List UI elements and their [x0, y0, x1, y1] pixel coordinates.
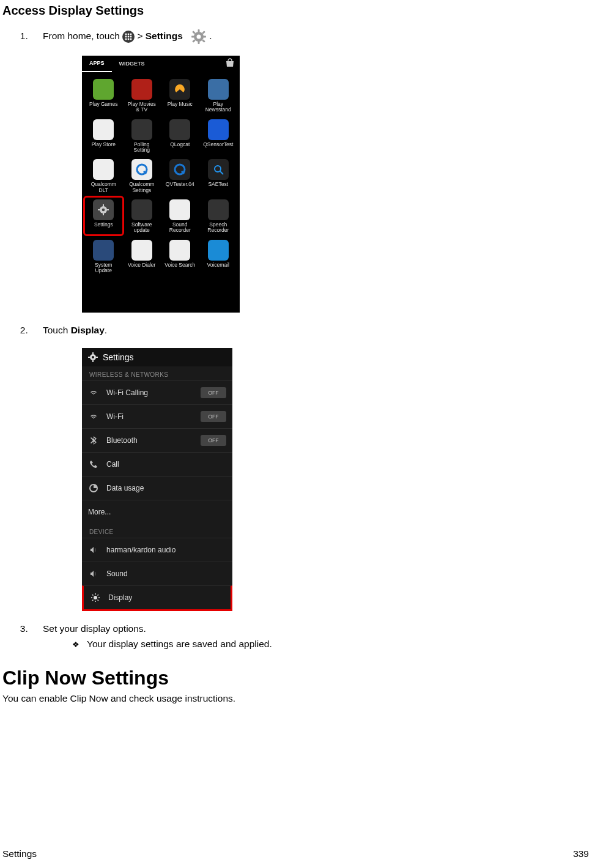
gear-icon	[191, 29, 207, 45]
svg-line-44	[92, 599, 94, 601]
row-label: harman/kardon audio	[106, 546, 226, 554]
app-icon	[208, 119, 229, 140]
step-1: From home, touch > Settings	[31, 29, 595, 313]
phone-screenshot-settings: Settings WIRELESS & NETWORKS Wi-Fi Calli…	[82, 348, 232, 611]
section-heading: Access Display Settings	[0, 0, 595, 18]
row-icon	[88, 436, 99, 445]
svg-rect-11	[198, 29, 199, 32]
app-label: QLogcat	[170, 142, 190, 153]
svg-point-37	[94, 596, 97, 599]
app-cell: Qualcomm Settings	[123, 157, 161, 195]
app-icon	[169, 119, 190, 140]
apps-icon	[122, 31, 135, 43]
svg-rect-32	[92, 352, 94, 354]
app-cell: Play Newsstand	[199, 76, 238, 114]
row-icon	[88, 546, 99, 554]
svg-point-25	[102, 209, 105, 212]
app-cell: Play Games	[84, 76, 123, 114]
step1-suffix: .	[209, 31, 212, 41]
app-icon	[208, 240, 229, 261]
app-label: Speech Recorder	[207, 222, 229, 234]
tab-apps: APPS	[82, 55, 112, 72]
svg-rect-34	[88, 357, 90, 358]
app-icon	[131, 199, 152, 220]
step1-prefix: From home, touch	[43, 31, 122, 41]
app-cell: Software update	[123, 197, 161, 235]
app-label: Play Music	[168, 102, 193, 113]
row-label: Bluetooth	[106, 436, 201, 445]
shop-icon	[225, 58, 235, 68]
step3-text: Set your display options.	[43, 623, 146, 634]
app-icon	[131, 240, 152, 261]
settings-row: More...	[82, 500, 232, 524]
app-icon	[169, 159, 190, 180]
h1-desc: You can enable Clip Now and check usage …	[2, 693, 595, 704]
toggle-off: OFF	[201, 435, 226, 446]
app-label: Play Newsstand	[205, 102, 231, 113]
svg-rect-26	[103, 204, 104, 207]
app-label: Play Store	[92, 142, 116, 153]
phone-screenshot-apps: APPS WIDGETS Play GamesPlay Movies & TVP…	[82, 56, 240, 313]
app-label: SAETest	[208, 182, 228, 193]
svg-point-3	[130, 34, 132, 35]
app-icon	[93, 159, 114, 180]
svg-point-1	[125, 34, 127, 35]
settings-row: Wi-FiOFF	[82, 404, 232, 428]
row-icon	[88, 569, 99, 578]
diamond-bullet-icon: ❖	[72, 640, 79, 649]
app-label: Software update	[131, 222, 152, 234]
app-cell: Settings	[84, 197, 123, 235]
settings-header: Settings	[82, 348, 232, 366]
app-cell: System Update	[84, 237, 123, 275]
row-label: More...	[88, 508, 226, 516]
row-label: Wi-Fi	[106, 412, 201, 421]
svg-line-23	[220, 171, 223, 174]
row-label: Data usage	[106, 484, 226, 492]
app-cell: Play Movies & TV	[123, 76, 161, 114]
app-label: Sound Recorder	[169, 222, 191, 234]
app-icon	[169, 79, 190, 100]
svg-rect-27	[103, 213, 104, 215]
row-icon	[88, 412, 99, 421]
svg-point-19	[196, 35, 201, 39]
app-icon	[131, 159, 152, 180]
app-icon	[208, 159, 229, 180]
svg-point-5	[128, 36, 130, 38]
step2-prefix: Touch	[43, 325, 71, 335]
app-cell: Sound Recorder	[161, 197, 199, 235]
toggle-off: OFF	[201, 411, 226, 422]
device-caption: DEVICE	[82, 524, 232, 538]
row-label: Display	[108, 593, 224, 602]
step-3: Set your display options. ❖ Your display…	[31, 622, 595, 650]
app-label: Settings	[94, 222, 113, 233]
app-cell: Voicemail	[199, 237, 238, 275]
svg-rect-33	[92, 360, 94, 362]
settings-row: harman/kardon audio	[82, 538, 232, 562]
app-icon	[131, 79, 152, 100]
app-cell: QSensorTest	[199, 117, 238, 155]
wireless-caption: WIRELESS & NETWORKS	[82, 366, 232, 380]
settings-header-label: Settings	[103, 352, 134, 362]
app-icon	[208, 199, 229, 220]
svg-rect-14	[203, 36, 206, 38]
step-2: Touch Display. Settings WIRELESS & NETWO…	[31, 324, 595, 611]
app-cell: Play Music	[161, 76, 199, 114]
app-cell: QVTester.04	[161, 157, 199, 195]
settings-row: BluetoothOFF	[82, 428, 232, 452]
step2-word: Display	[71, 325, 105, 335]
svg-point-8	[128, 39, 130, 40]
app-label: Voice Search	[164, 262, 195, 273]
toggle-off: OFF	[201, 387, 226, 398]
app-cell: Voice Search	[161, 237, 199, 275]
app-cell: Play Store	[84, 117, 123, 155]
app-icon	[93, 79, 114, 100]
app-cell: Qualcomm DLT	[84, 157, 123, 195]
app-label: System Update	[95, 262, 112, 274]
footer-page-number: 339	[573, 848, 589, 859]
app-icon	[169, 199, 190, 220]
settings-row: Data usage	[82, 476, 232, 500]
svg-line-43	[98, 599, 99, 601]
app-label: QVTester.04	[166, 182, 194, 193]
svg-rect-28	[98, 209, 100, 210]
h1-clip-now: Clip Now Settings	[2, 667, 595, 689]
